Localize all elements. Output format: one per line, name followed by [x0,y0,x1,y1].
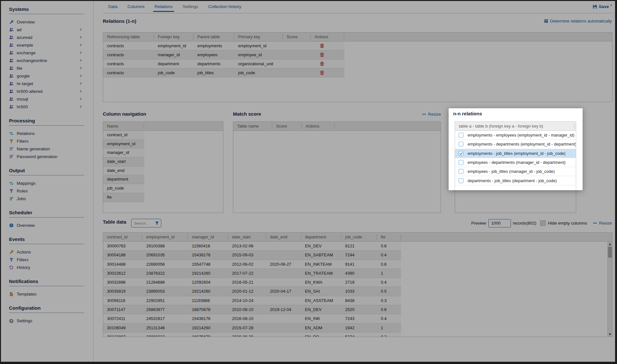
nn-relation-label: employees - job_titles (manager_id - job… [468,169,555,174]
nn-relation-row[interactable]: employees - departments (manager_id - de… [455,158,576,167]
nn-relation-checkbox[interactable] [459,142,463,146]
window-frame [0,0,617,1]
nn-relations-spotlight-panel: n-n relations table a - table b (foreign… [449,108,583,190]
nn-relation-label: employments - departments (employment_id… [468,142,576,146]
app-window: Systems Overview ad [0,0,617,364]
nn-relation-checkbox[interactable] [459,133,463,138]
nn-relation-row[interactable]: employees - job_titles (manager_id - job… [455,167,576,176]
nn-relation-checkbox[interactable] [459,151,463,156]
nn-relation-label: employments - job_titles (employment_id … [468,151,566,156]
window-frame [0,0,1,364]
window-frame [615,0,617,364]
nn-relations-title: n-n relations [453,111,482,116]
column-header: table a - table b (foreign key a - forei… [455,122,574,130]
nn-relations-table: table a - table b (foreign key a - forei… [455,121,576,190]
nn-relation-row[interactable]: employments - departments (employment_id… [455,140,576,149]
window-frame [0,362,617,364]
nn-relation-checkbox[interactable] [459,160,463,165]
nn-relation-row[interactable]: departments - job_titles (department - j… [455,176,576,185]
nn-relation-label: employees - departments (manager_id - de… [468,160,566,165]
nn-relation-row[interactable]: employments - job_titles (employment_id … [455,149,576,158]
nn-relation-row[interactable]: employments - employees (employment_id -… [455,131,576,140]
nn-relation-checkbox[interactable] [459,178,463,183]
nn-relation-label: departments - job_titles (department - j… [468,178,557,183]
nn-relation-label: employments - employees (employment_id -… [468,133,574,138]
nn-relation-checkbox[interactable] [459,169,463,174]
